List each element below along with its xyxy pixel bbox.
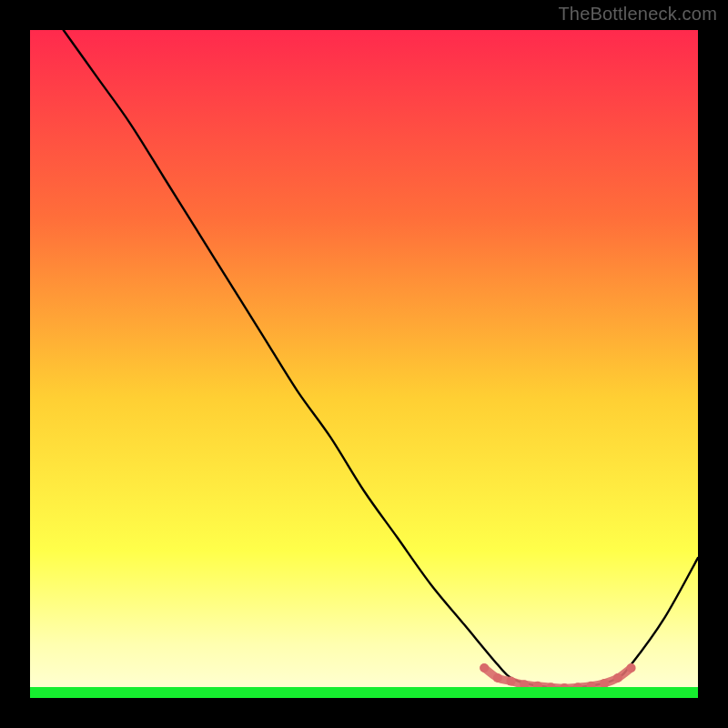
curve-layer bbox=[30, 30, 698, 698]
bottleneck-curve bbox=[64, 30, 698, 688]
svg-point-12 bbox=[627, 663, 636, 672]
svg-point-3 bbox=[507, 677, 516, 686]
chart-stage: TheBottleneck.com bbox=[0, 0, 728, 728]
green-baseline bbox=[30, 687, 698, 698]
watermark-text: TheBottleneck.com bbox=[558, 4, 717, 25]
svg-point-2 bbox=[493, 673, 502, 682]
svg-point-11 bbox=[613, 673, 622, 682]
svg-point-1 bbox=[480, 663, 489, 672]
plot-area bbox=[30, 30, 698, 698]
